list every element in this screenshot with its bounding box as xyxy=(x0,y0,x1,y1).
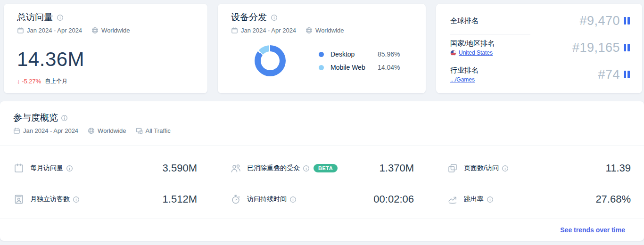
top-cards-row: 总访问量 Jan 2024 - Apr 2024 Worldwide 14.36… xyxy=(0,0,644,93)
down-arrow-icon: ↓ xyxy=(17,78,20,85)
engagement-footer: See trends over time xyxy=(0,219,644,241)
metric-monthly-unique-visitors: 月独立访客数 1.512M xyxy=(13,184,197,215)
engagement-overview-card: 参与度概览 Jan 2024 - Apr 2024 Worldwide All … xyxy=(0,101,644,241)
region-label: Worldwide xyxy=(98,127,126,134)
globe-icon xyxy=(305,27,313,34)
traffic-label: All Traffic xyxy=(146,127,171,134)
info-icon[interactable] xyxy=(66,165,73,172)
info-icon[interactable] xyxy=(502,165,509,172)
metric-pages-per-visit: 页面数/访问 11.39 xyxy=(447,153,631,184)
pages-per-visit-value: 11.39 xyxy=(606,162,631,174)
pages-per-visit-icon xyxy=(447,163,458,174)
global-rank-label: 全球排名 xyxy=(450,16,479,25)
metric-bounce-rate: 跳出率 27.68% xyxy=(447,184,631,215)
rank-bars-icon xyxy=(623,70,631,79)
legend-item-mobile-web: Mobile Web 14.04% xyxy=(319,64,400,71)
country-rank-value: #19,165 xyxy=(572,41,620,55)
globe-icon xyxy=(91,27,99,34)
rank-bars-icon xyxy=(623,16,631,25)
visit-duration-icon xyxy=(230,194,241,205)
category-link[interactable]: .../Games xyxy=(450,76,475,83)
info-icon[interactable] xyxy=(73,196,80,203)
total-visits-value: 14.36M xyxy=(17,48,196,71)
deduplicated-audience-value: 1.370M xyxy=(380,162,414,174)
info-icon[interactable] xyxy=(271,14,278,21)
category-rank-row: 行业排名 .../Games #74 xyxy=(436,61,631,88)
region-label: Worldwide xyxy=(315,27,344,34)
desktop-dot-icon xyxy=(319,52,324,57)
monthly-visits-value: 3.590M xyxy=(163,162,197,174)
info-icon[interactable] xyxy=(487,196,494,203)
unique-visitors-icon xyxy=(13,194,25,205)
globe-icon xyxy=(88,127,95,134)
mobile-web-dot-icon xyxy=(319,65,324,70)
calendar-icon xyxy=(13,127,20,134)
info-icon[interactable] xyxy=(289,196,297,203)
country-link[interactable]: United States xyxy=(459,49,493,56)
rank-bars-icon xyxy=(623,43,631,52)
change-value: ↓ -5.27% xyxy=(17,78,41,85)
us-flag-icon xyxy=(450,50,456,56)
bounce-rate-value: 27.68% xyxy=(595,193,631,205)
device-legend: Desktop 85.96% Mobile Web 14.04% xyxy=(319,50,400,71)
info-icon[interactable] xyxy=(57,14,64,21)
see-trends-link[interactable]: See trends over time xyxy=(560,226,625,234)
device-distribution-title: 设备分发 xyxy=(231,11,267,24)
engagement-title: 参与度概览 xyxy=(13,112,58,124)
total-visits-title: 总访问量 xyxy=(17,11,53,24)
global-rank-row: 全球排名 #9,470 xyxy=(436,8,631,34)
date-range: Jan 2024 - Apr 2024 xyxy=(27,27,82,34)
bounce-rate-icon xyxy=(447,194,458,205)
country-rank-label: 国家/地区排名 xyxy=(450,39,495,48)
date-range: Jan 2024 - Apr 2024 xyxy=(23,127,78,134)
metric-visit-duration: 访问持续时间 00:02:06 xyxy=(230,184,414,215)
global-rank-value: #9,470 xyxy=(579,14,620,28)
date-range: Jan 2024 - Apr 2024 xyxy=(241,27,296,34)
country-rank-row: 国家/地区排名 United States #19,165 xyxy=(436,34,631,61)
category-rank-value: #74 xyxy=(598,67,620,82)
all-traffic-icon xyxy=(136,127,143,134)
calendar-icon xyxy=(17,27,24,34)
legend-item-desktop: Desktop 85.96% xyxy=(319,50,400,58)
info-icon[interactable] xyxy=(303,165,310,172)
info-icon[interactable] xyxy=(61,114,68,122)
visit-duration-value: 00:02:06 xyxy=(373,193,414,205)
category-rank-label: 行业排名 xyxy=(450,66,479,75)
beta-badge: BETA xyxy=(314,164,338,172)
total-visits-card: 总访问量 Jan 2024 - Apr 2024 Worldwide 14.36… xyxy=(4,4,207,93)
engagement-header: 参与度概览 Jan 2024 - Apr 2024 Worldwide All … xyxy=(0,101,644,146)
monthly-unique-visitors-value: 1.512M xyxy=(163,193,197,205)
device-donut-chart xyxy=(255,45,286,76)
monthly-visits-icon xyxy=(13,163,25,174)
audience-icon xyxy=(230,163,241,174)
rankings-card: 全球排名 #9,470 国家/地区排名 United States #19,16 xyxy=(436,4,642,93)
device-distribution-card: 设备分发 Jan 2024 - Apr 2024 Worldwide Deskt… xyxy=(218,4,426,93)
change-period-label: 自上个月 xyxy=(45,77,67,85)
calendar-icon xyxy=(231,27,238,34)
metric-monthly-visits: 每月访问量 3.590M xyxy=(13,153,197,184)
metrics-grid: 每月访问量 3.590M 已消除重叠的受众 BETA 1.370M 页面数/访问 xyxy=(0,146,644,219)
metric-deduplicated-audience: 已消除重叠的受众 BETA 1.370M xyxy=(230,153,414,184)
region-label: Worldwide xyxy=(101,27,130,34)
